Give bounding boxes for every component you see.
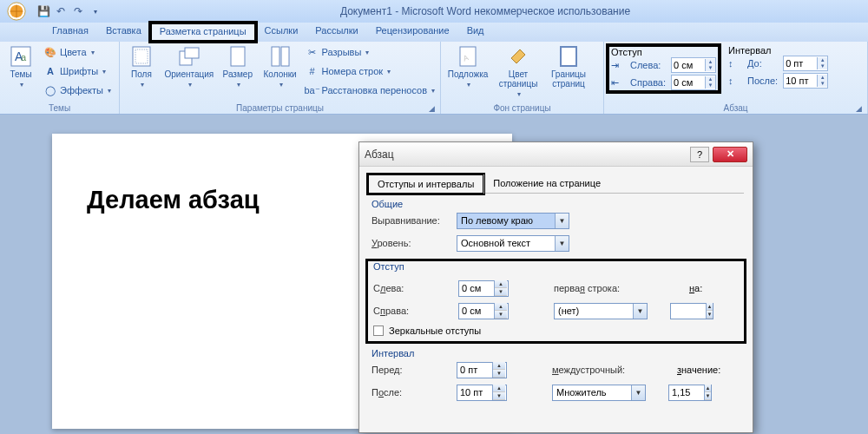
themes-button[interactable]: Aa Темы▾ [3, 43, 38, 90]
interval-header: Интервал [728, 45, 828, 56]
checkbox-icon [373, 326, 384, 336]
effects-icon: ◯ [43, 83, 57, 97]
themes-label: Темы [10, 69, 31, 79]
qat-dropdown-icon[interactable]: ▾ [89, 4, 102, 18]
svg-text:a: a [21, 52, 27, 62]
orientation-icon [175, 45, 203, 68]
hyphenation-button[interactable]: ba⁻Расстановка переносов▾ [304, 82, 437, 99]
tab-insert[interactable]: Вставка [97, 23, 150, 42]
window-title: Документ1 - Microsoft Word некоммерческо… [102, 5, 868, 17]
fill-icon [504, 45, 532, 68]
tab-mailings[interactable]: Рассылки [306, 23, 366, 42]
fonts-icon: A [43, 64, 57, 78]
space-after-label: После: [747, 76, 778, 86]
align-combo[interactable]: По левому краю▼ [457, 213, 569, 229]
columns-icon [266, 45, 294, 68]
indent-left-label: Слева: [630, 60, 666, 70]
hyphen-icon: ba⁻ [306, 83, 319, 97]
chevron-down-icon: ▼ [555, 236, 569, 251]
space-after-input[interactable]: ▲▼ [783, 73, 828, 89]
paragraph-launcher[interactable]: ◢ [856, 104, 862, 113]
numbers-icon: # [306, 64, 319, 78]
tab-home[interactable]: Главная [43, 23, 97, 42]
svg-rect-14 [561, 47, 576, 66]
line-numbers-button[interactable]: #Номера строк▾ [304, 62, 437, 80]
linespacing-combo[interactable]: Множитель▼ [552, 385, 646, 401]
by-label: на: [689, 283, 702, 293]
align-label: Выравнивание: [372, 215, 450, 226]
save-icon[interactable]: 💾 [36, 4, 50, 18]
dlg-right-input[interactable]: ▲▼ [458, 303, 509, 319]
tab-view[interactable]: Вид [458, 23, 493, 42]
dialog-help-button[interactable]: ? [690, 147, 709, 162]
indent-header: Отступ [611, 47, 716, 57]
themes-icon: Aa [7, 45, 35, 68]
columns-button[interactable]: Колонки▾ [260, 43, 300, 90]
dlg-right-label: Справа: [373, 306, 451, 316]
group-page-bg-label: Фон страницы [444, 103, 600, 114]
theme-colors[interactable]: 🎨Цвета▾ [42, 43, 113, 61]
before-input[interactable]: ▲▼ [457, 362, 507, 378]
chevron-down-icon: ▼ [633, 304, 647, 319]
dlg-left-label: Слева: [373, 283, 451, 293]
svg-rect-9 [231, 47, 245, 66]
paragraph-dialog: Абзац ? ✕ Отступы и интервалы Положение … [358, 141, 753, 433]
page-setup-launcher[interactable]: ◢ [429, 104, 435, 113]
group-themes-label: Темы [3, 103, 115, 114]
space-after-icon: ↕ [728, 76, 742, 86]
general-legend: Общие [372, 199, 408, 209]
watermark-icon: A [454, 45, 482, 68]
page-borders-button[interactable]: Границы страниц [545, 43, 592, 90]
linespacing-label: междустрочный: [552, 365, 648, 375]
before-label: Перед: [372, 365, 450, 375]
space-before-icon: ↕ [728, 58, 742, 69]
page-color-button[interactable]: Цвет страницы▾ [495, 43, 542, 100]
mirror-indents-checkbox[interactable]: Зеркальные отступы [373, 326, 739, 336]
office-button[interactable] [0, 0, 33, 23]
group-paragraph-label: Абзац◢ [608, 103, 864, 114]
value-input[interactable]: ▲▼ [668, 385, 712, 401]
margins-button[interactable]: Поля▾ [123, 43, 160, 90]
level-combo[interactable]: Основной текст▼ [457, 235, 569, 252]
after-input[interactable]: ▲▼ [457, 385, 507, 401]
indent-left-icon: ⇥ [611, 60, 625, 71]
size-button[interactable]: Размер▾ [219, 43, 257, 90]
colors-icon: 🎨 [43, 45, 57, 59]
tab-review[interactable]: Рецензирование [367, 23, 458, 42]
redo-icon[interactable]: ↷ [71, 4, 85, 18]
level-label: Уровень: [372, 238, 450, 248]
size-icon [224, 45, 252, 68]
dlg-left-input[interactable]: ▲▼ [458, 280, 509, 297]
orientation-button[interactable]: Ориентация▾ [163, 43, 215, 90]
dialog-close-button[interactable]: ✕ [713, 147, 747, 162]
theme-effects[interactable]: ◯Эффекты▾ [42, 82, 113, 99]
by-input[interactable]: ▲▼ [670, 303, 713, 319]
space-before-input[interactable]: ▲▼ [783, 56, 828, 71]
interval-legend: Интервал [372, 348, 419, 358]
dialog-title: Абзац [365, 148, 690, 161]
indent-left-input[interactable]: ▲▼ [671, 57, 716, 73]
chevron-down-icon: ▼ [631, 385, 645, 400]
borders-icon [555, 45, 582, 68]
theme-fonts[interactable]: AШрифты▾ [42, 62, 113, 80]
chevron-down-icon: ▼ [555, 214, 569, 228]
svg-rect-8 [185, 48, 199, 58]
dialog-tab-position[interactable]: Положение на странице [483, 174, 609, 194]
undo-icon[interactable]: ↶ [54, 4, 68, 18]
dialog-tab-indents[interactable]: Отступы и интервалы [368, 174, 483, 194]
tab-references[interactable]: Ссылки [256, 23, 307, 42]
indent-right-input[interactable]: ▲▼ [671, 75, 716, 90]
breaks-button[interactable]: ✂Разрывы▾ [304, 43, 437, 61]
indent-right-icon: ⇤ [611, 77, 625, 89]
firstline-label: первая строка: [554, 283, 649, 293]
indent-right-label: Справа: [630, 77, 666, 88]
space-before-label: До: [747, 58, 778, 69]
firstline-combo[interactable]: (нет)▼ [554, 303, 648, 319]
margins-icon [128, 45, 155, 68]
svg-rect-10 [272, 47, 279, 66]
tab-page-layout[interactable]: Разметка страницы [150, 23, 256, 42]
watermark-button[interactable]: AПодложка▾ [444, 43, 491, 90]
svg-rect-11 [281, 47, 289, 66]
after-label: После: [372, 387, 450, 398]
group-page-setup-label: Параметры страницы◢ [123, 103, 437, 114]
